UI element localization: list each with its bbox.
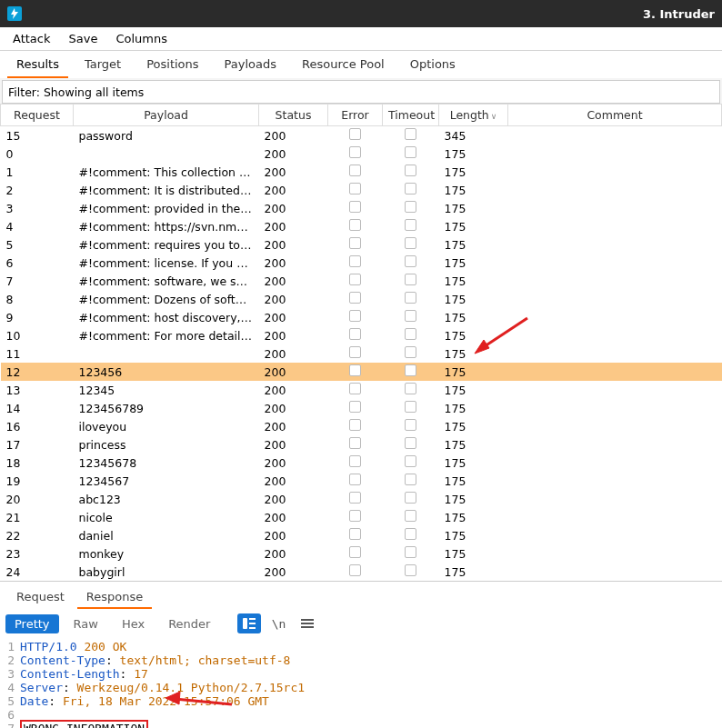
checkbox-icon	[405, 383, 416, 394]
table-row[interactable]: 11200175	[1, 344, 722, 363]
line-content: WRONG INFORMATION	[20, 722, 148, 728]
tab-results[interactable]: Results	[4, 51, 72, 78]
checkbox-icon	[405, 146, 416, 158]
view-mode-raw[interactable]: Raw	[65, 614, 107, 633]
table-row[interactable]: 9#!comment: host discovery, port...20017…	[1, 308, 722, 326]
column-header-request[interactable]: Request	[1, 105, 74, 126]
tab-resource-pool[interactable]: Resource Pool	[289, 51, 397, 78]
checkbox-icon	[405, 346, 416, 358]
sort-indicator-icon: ∨	[491, 112, 497, 121]
table-row[interactable]: 17princess200175	[1, 435, 722, 454]
view-mode-pretty[interactable]: Pretty	[5, 614, 59, 633]
checkbox-icon	[349, 474, 361, 485]
table-row[interactable]: 191234567200175	[1, 472, 722, 490]
highlighted-response-body: WRONG INFORMATION	[20, 720, 148, 728]
checkbox-icon	[349, 419, 361, 431]
checkbox-icon	[349, 564, 361, 576]
filter-bar[interactable]: Filter: Showing all items	[2, 80, 720, 104]
show-non-printable-toggle[interactable]	[237, 613, 261, 633]
column-header-error[interactable]: Error	[328, 105, 383, 126]
table-row[interactable]: 5#!comment: requires you to lice...20017…	[1, 235, 722, 254]
newline-toggle[interactable]: \n	[266, 613, 290, 633]
table-row[interactable]: 23monkey200175	[1, 544, 722, 563]
tab-positions[interactable]: Positions	[134, 51, 211, 78]
app-icon	[7, 6, 22, 21]
line-content: HTTP/1.0 200 OK	[20, 640, 126, 653]
response-editor[interactable]: 1HTTP/1.0 200 OK2Content-Type: text/html…	[0, 638, 722, 728]
table-row[interactable]: 3#!comment: provided in the LIC...200175	[1, 199, 722, 217]
checkbox-icon	[405, 437, 416, 449]
line-content: Content-Type: text/html; charset=utf-8	[20, 653, 290, 667]
column-header-status[interactable]: Status	[259, 105, 328, 126]
line-content: Content-Length: 17	[20, 667, 148, 681]
checkbox-icon	[405, 510, 416, 522]
checkbox-icon	[349, 383, 361, 394]
checkbox-icon	[349, 274, 361, 285]
tab-payloads[interactable]: Payloads	[212, 51, 289, 78]
menu-columns[interactable]: Columns	[106, 29, 176, 48]
column-header-comment[interactable]: Comment	[508, 105, 722, 126]
checkbox-icon	[349, 328, 361, 340]
checkbox-icon	[349, 201, 361, 213]
line-content: Date: Fri, 18 Mar 2022 15:57:06 GMT	[20, 694, 269, 708]
table-row[interactable]: 8#!comment: Dozens of software...200175	[1, 290, 722, 308]
line-number: 7	[4, 722, 20, 728]
results-table: Request Payload Status Error Timeout Len…	[0, 104, 722, 581]
editor-line: 5Date: Fri, 18 Mar 2022 15:57:06 GMT	[4, 694, 718, 708]
svg-marker-0	[11, 8, 18, 19]
table-row[interactable]: 10#!comment: For more details, s...20017…	[1, 326, 722, 344]
menubar: Attack Save Columns	[0, 27, 722, 51]
line-number: 4	[4, 681, 20, 694]
checkbox-icon	[349, 455, 361, 467]
checkbox-icon	[349, 528, 361, 540]
checkbox-icon	[405, 255, 416, 267]
table-row[interactable]: 1812345678200175	[1, 454, 722, 472]
column-header-length[interactable]: Length∨	[439, 105, 508, 126]
table-row[interactable]: 20abc123200175	[1, 490, 722, 508]
line-number: 3	[4, 667, 20, 681]
editor-line: 3Content-Length: 17	[4, 667, 718, 681]
tab-response[interactable]: Response	[75, 584, 154, 609]
table-row[interactable]: 12123456200175	[1, 363, 722, 381]
line-number: 6	[4, 708, 20, 722]
table-row[interactable]: 7#!comment: software, we sell al...20017…	[1, 272, 722, 290]
table-row[interactable]: 2#!comment: It is distributed und...2001…	[1, 181, 722, 199]
table-row[interactable]: 24babygirl200175	[1, 563, 722, 581]
table-row[interactable]: 15password200345	[1, 126, 722, 145]
table-row[interactable]: 4#!comment: https://svn.nmap.or...200175	[1, 217, 722, 235]
menu-save[interactable]: Save	[60, 29, 107, 48]
checkbox-icon	[349, 183, 361, 194]
checkbox-icon	[349, 546, 361, 558]
editor-line: 4Server: Werkzeug/0.14.1 Python/2.7.15rc…	[4, 681, 718, 694]
checkbox-icon	[405, 419, 416, 431]
checkbox-icon	[349, 401, 361, 413]
tab-request[interactable]: Request	[5, 584, 75, 609]
checkbox-icon	[349, 165, 361, 176]
hamburger-icon[interactable]	[296, 613, 319, 633]
checkbox-icon	[349, 510, 361, 522]
tab-options[interactable]: Options	[397, 51, 468, 78]
checkbox-icon	[405, 401, 416, 413]
table-row[interactable]: 21nicole200175	[1, 508, 722, 526]
column-header-payload[interactable]: Payload	[74, 105, 259, 126]
column-header-timeout[interactable]: Timeout	[383, 105, 439, 126]
table-row[interactable]: 1312345200175	[1, 381, 722, 399]
request-response-panel: Request Response Pretty Raw Hex Render \…	[0, 581, 722, 728]
checkbox-icon	[349, 364, 361, 376]
editor-line: 1HTTP/1.0 200 OK	[4, 640, 718, 653]
table-row[interactable]: 16iloveyou200175	[1, 417, 722, 435]
checkbox-icon	[349, 146, 361, 158]
view-mode-render[interactable]: Render	[159, 614, 219, 633]
view-mode-hex[interactable]: Hex	[113, 614, 154, 633]
window-titlebar: 3. Intruder	[0, 0, 722, 27]
menu-attack[interactable]: Attack	[4, 29, 60, 48]
table-row[interactable]: 22daniel200175	[1, 526, 722, 544]
table-row[interactable]: 1#!comment: This collection of d...20017…	[1, 163, 722, 181]
table-row[interactable]: 14123456789200175	[1, 399, 722, 417]
checkbox-icon	[405, 310, 416, 322]
table-header-row: Request Payload Status Error Timeout Len…	[1, 105, 722, 126]
editor-line: 7WRONG INFORMATION	[4, 722, 718, 728]
table-row[interactable]: 0200175	[1, 145, 722, 163]
tab-target[interactable]: Target	[72, 51, 134, 78]
table-row[interactable]: 6#!comment: license. If you wish ...2001…	[1, 254, 722, 272]
